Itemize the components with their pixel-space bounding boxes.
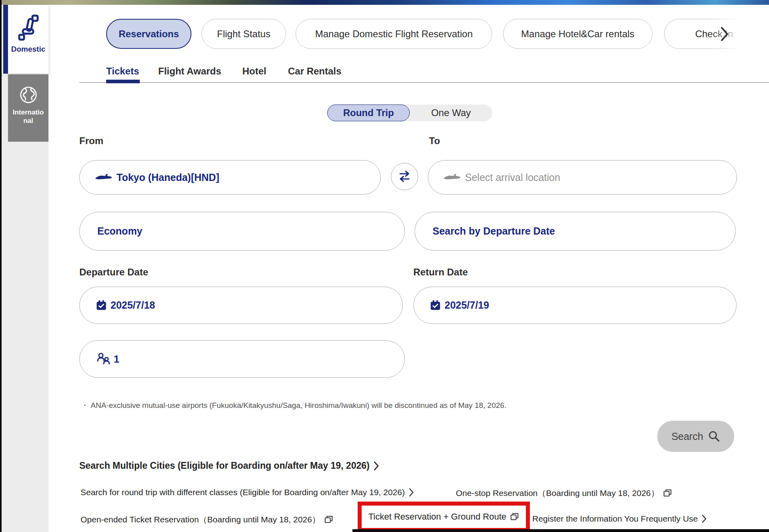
return-date-field[interactable]: 2025/7/19 [413, 287, 737, 324]
airports-discontinued-note: ・ ANA-exclusive mutual-use airports (Fuk… [81, 400, 506, 411]
ground-route-link-label: Ticket Reservation + Ground Route [368, 512, 507, 522]
to-label: To [429, 135, 440, 147]
round-trip-option[interactable]: Round Trip [327, 104, 410, 121]
from-label: From [79, 135, 103, 147]
nav-reservations-button[interactable]: Reservations [106, 19, 191, 49]
nav-overflow-fade [710, 15, 768, 52]
tab-tickets[interactable]: Tickets [106, 66, 139, 79]
main-panel [48, 5, 769, 532]
sidebar-item-international[interactable]: International [8, 74, 48, 142]
swap-arrows-icon [398, 171, 411, 183]
active-tab-underline [106, 80, 140, 83]
departure-date-value: 2025/7/18 [111, 299, 155, 311]
new-window-icon [324, 515, 333, 524]
one-stop-reservation-link-label: One-stop Reservation（Boarding until May … [456, 488, 659, 499]
to-placeholder: Select arrival location [465, 172, 560, 183]
nav-manage-hotel-car-button[interactable]: Manage Hotel&Car rentals [503, 19, 652, 49]
passengers-field[interactable]: 1 [79, 340, 405, 378]
ground-route-link[interactable]: Ticket Reservation + Ground Route [368, 512, 519, 522]
sidebar-item-international-label: International [12, 108, 45, 125]
globe-icon [19, 86, 38, 104]
open-ended-ticket-link-label: Open-ended Ticket Reservation（Boarding u… [81, 514, 320, 525]
return-date-value: 2025/7/19 [445, 299, 489, 311]
open-ended-ticket-link[interactable]: Open-ended Ticket Reservation（Boarding u… [81, 514, 333, 525]
plane-arrival-icon [443, 173, 461, 182]
tab-hotel[interactable]: Hotel [242, 66, 266, 79]
plane-departure-icon [95, 173, 113, 182]
register-frequent-info-link[interactable]: Register the Information You Frequently … [532, 514, 707, 524]
one-stop-reservation-link[interactable]: One-stop Reservation（Boarding until May … [456, 488, 672, 499]
tab-car-rentals[interactable]: Car Rentals [288, 66, 341, 79]
chevron-right-icon [702, 514, 707, 523]
multi-city-link[interactable]: Search Multiple Cities (Eligible for Boa… [79, 460, 379, 471]
from-field[interactable]: Tokyo (Haneda)[HND] [79, 160, 381, 195]
calendar-icon [430, 300, 441, 311]
header-photo-strip [0, 0, 769, 5]
from-value: Tokyo (Haneda)[HND] [117, 172, 219, 183]
note-text: ANA-exclusive mutual-use airports (Fukuo… [91, 401, 506, 410]
departure-date-field[interactable]: 2025/7/18 [79, 287, 403, 324]
cabin-class-value: Economy [97, 225, 143, 237]
register-frequent-info-link-label: Register the Information You Frequently … [532, 514, 698, 524]
new-window-icon [510, 512, 519, 521]
domestic-tab-accent-bar [3, 5, 8, 74]
note-bullet: ・ [81, 401, 89, 410]
to-field[interactable]: Select arrival location [428, 160, 737, 195]
calendar-icon [96, 300, 107, 311]
multi-city-link-label: Search Multiple Cities (Eligible for Boa… [79, 460, 370, 471]
one-way-option[interactable]: One Way [410, 104, 492, 121]
different-classes-link-label: Search for round trip with different cla… [81, 488, 405, 497]
nav-manage-domestic-button[interactable]: Manage Domestic Flight Reservation [296, 19, 492, 49]
nav-scroll-right-chevron-icon[interactable] [720, 26, 729, 42]
search-button[interactable]: Search [657, 421, 734, 452]
sidebar-item-domestic[interactable]: Domestic [8, 5, 48, 74]
swap-locations-button[interactable] [391, 163, 418, 190]
return-date-label: Return Date [413, 267, 468, 278]
window-left-edge [0, 0, 2, 532]
tab-flight-awards[interactable]: Flight Awards [158, 66, 221, 79]
tabs-divider [79, 82, 769, 83]
different-classes-link[interactable]: Search for round trip with different cla… [81, 488, 414, 497]
sidebar-item-domestic-label: Domestic [11, 45, 46, 54]
search-icon [708, 430, 720, 442]
chevron-right-icon [409, 488, 414, 497]
passenger-count-value: 1 [114, 353, 119, 365]
passengers-icon [97, 352, 111, 366]
seat-icon [18, 14, 39, 42]
new-window-icon [663, 489, 672, 498]
search-button-label: Search [671, 431, 703, 442]
cabin-class-field[interactable]: Economy [79, 212, 405, 251]
highlight-red-box: Ticket Reservation + Ground Route [358, 502, 530, 532]
chevron-right-icon [374, 461, 379, 471]
date-search-mode-field[interactable]: Search by Departure Date [415, 212, 736, 251]
window-bottom-edge [352, 529, 769, 532]
departure-date-label: Departure Date [79, 267, 148, 278]
page: Domestic International Reservations Flig… [0, 0, 769, 532]
nav-flight-status-button[interactable]: Flight Status [201, 19, 286, 49]
date-search-mode-value: Search by Departure Date [433, 225, 555, 237]
